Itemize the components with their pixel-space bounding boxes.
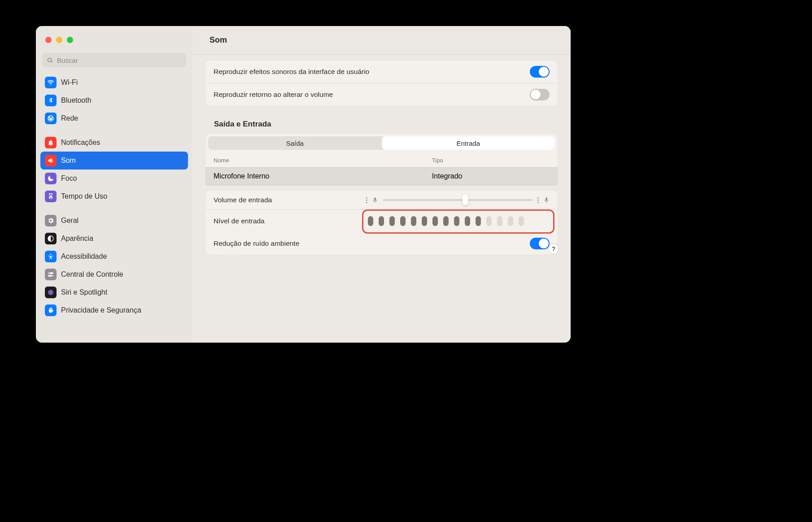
- dots-icon: [366, 197, 367, 203]
- level-pill: [465, 216, 470, 226]
- hourglass-icon: [45, 191, 57, 202]
- microphone-max-icon: [543, 197, 550, 203]
- col-type: Tipo: [432, 157, 550, 164]
- device-type: Integrado: [432, 172, 550, 180]
- svg-point-7: [52, 275, 53, 277]
- sidebar-item-label: Aparência: [61, 235, 93, 243]
- sound-effects-card: Reproduzir efeitos sonoros da interface …: [205, 60, 558, 106]
- svg-point-8: [48, 290, 53, 295]
- ui-sound-effects-toggle[interactable]: [530, 66, 550, 78]
- svg-point-3: [50, 254, 52, 255]
- sidebar-item-label: Bluetooth: [61, 96, 92, 104]
- search-input[interactable]: [57, 57, 182, 64]
- sidebar-item-label: Privacidade e Segurança: [61, 306, 141, 314]
- level-pill: [400, 216, 406, 226]
- search-icon: [47, 57, 53, 64]
- help-button[interactable]: ?: [548, 244, 559, 254]
- io-tabs: Saída Entrada: [208, 136, 555, 150]
- device-table-header: Nome Tipo: [205, 152, 558, 167]
- svg-point-6: [48, 273, 50, 274]
- input-volume-label: Volume de entrada: [214, 196, 366, 204]
- noise-reduction-row: Redução de ruído ambiente: [205, 232, 558, 255]
- sidebar-item-switches[interactable]: Central de Controle: [40, 265, 188, 283]
- svg-line-1: [51, 61, 52, 62]
- input-level-label: Nível de entrada: [214, 217, 366, 225]
- page-title: Som: [192, 26, 571, 55]
- level-pill: [508, 216, 513, 226]
- level-pill: [486, 216, 492, 226]
- level-pill: [379, 216, 384, 226]
- wifi-icon: [45, 77, 57, 88]
- sidebar-item-bluetooth[interactable]: Bluetooth: [40, 91, 188, 109]
- level-pill: [454, 216, 459, 226]
- sidebar-nav: Wi-FiBluetoothRedeNotificaçõesSomFocoTem…: [36, 71, 192, 319]
- sidebar-item-label: Foco: [61, 174, 77, 183]
- window-controls: [36, 33, 192, 47]
- level-pill: [476, 216, 481, 226]
- level-pill: [411, 216, 416, 226]
- ui-sound-effects-row: Reproduzir efeitos sonoros da interface …: [205, 61, 558, 83]
- level-pill: [422, 216, 427, 226]
- device-name: Microfone Interno: [214, 172, 432, 180]
- sidebar-item-accessibility[interactable]: Acessibilidade: [40, 248, 188, 265]
- sidebar-item-siri[interactable]: Siri e Spotlight: [40, 283, 188, 301]
- sidebar-item-sound[interactable]: Som: [40, 152, 188, 170]
- col-name: Nome: [214, 157, 432, 164]
- search-field[interactable]: [42, 53, 186, 67]
- sidebar-item-bell[interactable]: Notificações: [40, 134, 188, 152]
- switches-icon: [45, 269, 57, 280]
- input-level-meter: [366, 215, 550, 227]
- sidebar-item-hourglass[interactable]: Tempo de Uso: [40, 187, 188, 205]
- sidebar-item-label: Acessibilidade: [61, 252, 107, 261]
- volume-feedback-label: Reproduzir retorno ao alterar o volume: [214, 91, 333, 99]
- sidebar-item-label: Notificações: [61, 139, 100, 147]
- sidebar-item-label: Rede: [61, 114, 78, 122]
- sidebar-item-label: Som: [61, 157, 76, 165]
- level-pill: [389, 216, 395, 226]
- zoom-window-button[interactable]: [67, 37, 73, 43]
- volume-feedback-toggle[interactable]: [530, 89, 550, 100]
- sidebar-item-hand[interactable]: Privacidade e Segurança: [40, 301, 188, 319]
- siri-icon: [45, 287, 57, 298]
- sidebar-item-gear[interactable]: Geral: [40, 212, 188, 230]
- appearance-icon: [45, 233, 57, 244]
- io-card: Saída Entrada Nome Tipo Microfone Intern…: [205, 133, 558, 186]
- sidebar: Wi-FiBluetoothRedeNotificaçõesSomFocoTem…: [36, 26, 192, 343]
- sidebar-item-globe[interactable]: Rede: [40, 109, 188, 127]
- input-level-row: Nível de entrada: [205, 209, 558, 232]
- tab-input[interactable]: Entrada: [382, 136, 555, 150]
- noise-reduction-label: Redução de ruído ambiente: [214, 239, 299, 248]
- bluetooth-icon: [45, 95, 57, 106]
- sound-icon: [45, 155, 57, 166]
- tab-output[interactable]: Saída: [208, 136, 382, 150]
- level-pill: [443, 216, 449, 226]
- level-pill: [519, 216, 524, 226]
- content: Reproduzir efeitos sonoros da interface …: [192, 55, 571, 261]
- io-section-title: Saída e Entrada: [214, 120, 556, 129]
- device-row[interactable]: Microfone Interno Integrado: [205, 167, 558, 185]
- sidebar-item-label: Tempo de Uso: [61, 192, 107, 200]
- slider-thumb[interactable]: [462, 195, 468, 205]
- level-pill: [497, 216, 502, 226]
- main-panel: Som Reproduzir efeitos sonoros da interf…: [192, 26, 571, 343]
- close-window-button[interactable]: [45, 37, 52, 43]
- hand-icon: [45, 304, 57, 316]
- ui-sound-effects-label: Reproduzir efeitos sonoros da interface …: [214, 68, 369, 76]
- bell-icon: [45, 137, 57, 148]
- level-pill: [368, 216, 373, 226]
- sidebar-item-wifi[interactable]: Wi-Fi: [40, 74, 188, 91]
- dots-icon: [537, 197, 539, 203]
- gear-icon: [45, 215, 57, 226]
- svg-point-0: [48, 58, 52, 61]
- volume-feedback-row: Reproduzir retorno ao alterar o volume: [205, 83, 558, 106]
- sidebar-item-moon[interactable]: Foco: [40, 170, 188, 187]
- minimize-window-button[interactable]: [56, 37, 62, 43]
- level-pill: [432, 216, 438, 226]
- sidebar-item-appearance[interactable]: Aparência: [40, 230, 188, 248]
- slider-track[interactable]: [383, 199, 533, 201]
- input-volume-slider[interactable]: [366, 197, 550, 203]
- input-controls-card: Volume de entrada Nível de entrada: [205, 190, 558, 255]
- input-volume-row: Volume de entrada: [205, 191, 558, 209]
- noise-reduction-toggle[interactable]: [530, 238, 550, 249]
- microphone-min-icon: [372, 197, 378, 203]
